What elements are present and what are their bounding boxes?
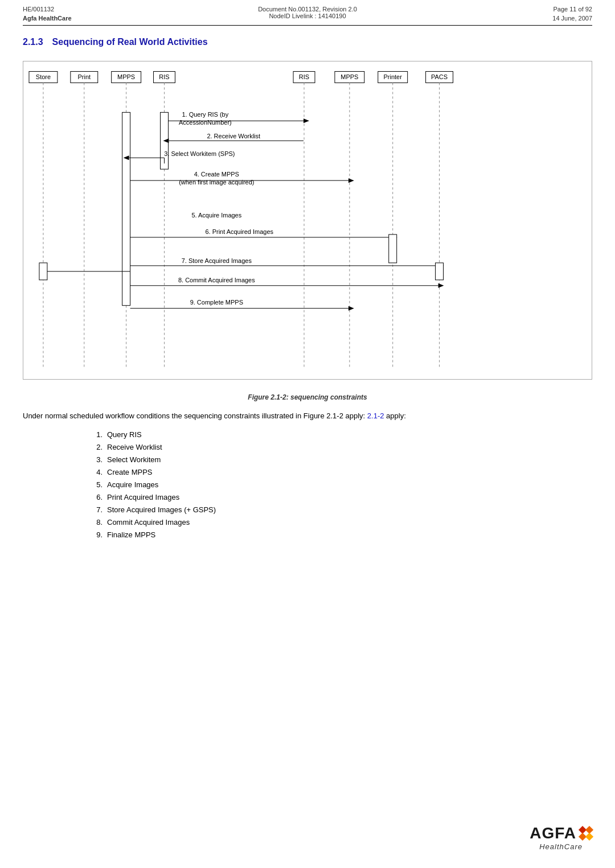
list-item: 4.Create MPPS xyxy=(91,466,592,479)
svg-text:(when first image acquired): (when first image acquired) xyxy=(179,179,254,186)
svg-text:MPPS: MPPS xyxy=(117,73,135,80)
svg-text:2. Receive Worklist: 2. Receive Worklist xyxy=(207,133,260,139)
doc-date: 14 June, 2007 xyxy=(552,15,592,22)
svg-rect-24 xyxy=(122,112,130,305)
svg-text:PACS: PACS xyxy=(431,73,448,80)
body-text: Under normal scheduled workflow conditio… xyxy=(23,410,592,422)
list-item: 5.Acquire Images xyxy=(91,479,592,491)
list-item: 9.Finalize MPPS xyxy=(91,529,592,541)
svg-text:6. Print Acquired Images: 6. Print Acquired Images xyxy=(205,228,273,235)
figure-link[interactable]: 2.1-2 xyxy=(367,412,384,420)
section-heading: 2.1.3 Sequencing of Real World Activitie… xyxy=(23,37,592,47)
agfa-diamond-icon xyxy=(580,827,592,840)
list-text: Receive Worklist xyxy=(107,441,162,454)
list-text: Finalize MPPS xyxy=(107,529,155,541)
svg-text:7. Store Acquired Images: 7. Store Acquired Images xyxy=(182,257,252,264)
list-num: 4. xyxy=(91,466,102,479)
svg-text:5. Acquire Images: 5. Acquire Images xyxy=(191,212,241,219)
list-text: Store Acquired Images (+ GSPS) xyxy=(107,504,216,516)
agfa-logo-group: AGFA xyxy=(530,824,592,842)
svg-text:1. Query RIS (by: 1. Query RIS (by xyxy=(182,111,229,118)
section-title: Sequencing of Real World Activities xyxy=(52,37,208,47)
sequence-diagram: Store Print MPPS RIS RIS MPPS Printer PA… xyxy=(23,61,592,380)
main-content: 2.1.3 Sequencing of Real World Activitie… xyxy=(0,26,615,566)
list-text: Create MPPS xyxy=(107,466,152,479)
svg-text:3. Select Workitem (SPS): 3. Select Workitem (SPS) xyxy=(164,150,235,157)
list-num: 1. xyxy=(91,429,102,441)
list-num: 5. xyxy=(91,479,102,491)
svg-text:Store: Store xyxy=(36,73,51,80)
svg-marker-38 xyxy=(348,178,354,183)
svg-rect-50 xyxy=(39,263,47,280)
agfa-text: AGFA xyxy=(530,824,576,842)
list-text: Commit Acquired Images xyxy=(107,516,190,529)
company-name: Agfa HealthCare xyxy=(23,15,72,22)
list-text: Select Workitem xyxy=(107,454,161,466)
diagram-svg: Store Print MPPS RIS RIS MPPS Printer PA… xyxy=(23,61,592,379)
list-num: 9. xyxy=(91,529,102,541)
svg-text:Printer: Printer xyxy=(384,73,403,80)
list-item: 8.Commit Acquired Images xyxy=(91,516,592,529)
list-item: 1.Query RIS xyxy=(91,429,592,441)
svg-rect-48 xyxy=(436,263,444,280)
list-num: 3. xyxy=(91,454,102,466)
svg-text:Print: Print xyxy=(78,73,91,80)
footer-logo: AGFA HealthCare xyxy=(530,824,592,851)
diamond-yellow xyxy=(585,833,593,841)
list-text: Acquire Images xyxy=(107,479,158,491)
list-num: 6. xyxy=(91,491,102,504)
page-header: HE/001132 Document No.001132, Revision 2… xyxy=(0,0,615,22)
figure-caption: Figure 2.1-2: sequencing constraints xyxy=(23,393,592,401)
list-num: 2. xyxy=(91,441,102,454)
healthcare-text: HealthCare xyxy=(539,842,583,851)
doc-id: HE/001132 xyxy=(23,6,54,13)
list-item: 7.Store Acquired Images (+ GSPS) xyxy=(91,504,592,516)
sequence-list: 1.Query RIS2.Receive Worklist3.Select Wo… xyxy=(91,429,592,542)
page-info: Page 11 of 92 xyxy=(553,6,592,13)
section-number: 2.1.3 xyxy=(23,37,43,47)
svg-text:9. Complete MPPS: 9. Complete MPPS xyxy=(190,299,243,306)
list-text: Print Acquired Images xyxy=(107,491,179,504)
svg-marker-53 xyxy=(438,283,444,288)
svg-text:RIS: RIS xyxy=(159,73,169,80)
list-num: 7. xyxy=(91,504,102,516)
svg-rect-44 xyxy=(389,235,397,263)
list-item: 6.Print Acquired Images xyxy=(91,491,592,504)
svg-marker-56 xyxy=(348,306,354,311)
svg-text:8. Commit Acquired Images: 8. Commit Acquired Images xyxy=(178,277,255,283)
list-item: 3.Select Workitem xyxy=(91,454,592,466)
list-text: Query RIS xyxy=(107,429,142,441)
doc-info: Document No.001132, Revision 2.0 NodeID … xyxy=(258,6,357,19)
list-item: 2.Receive Worklist xyxy=(91,441,592,454)
list-num: 8. xyxy=(91,516,102,529)
svg-text:4. Create MPPS: 4. Create MPPS xyxy=(194,171,239,178)
svg-text:AccessionNumber): AccessionNumber) xyxy=(179,119,232,126)
svg-text:RIS: RIS xyxy=(299,73,309,80)
svg-text:MPPS: MPPS xyxy=(341,73,358,80)
svg-marker-27 xyxy=(304,118,309,123)
